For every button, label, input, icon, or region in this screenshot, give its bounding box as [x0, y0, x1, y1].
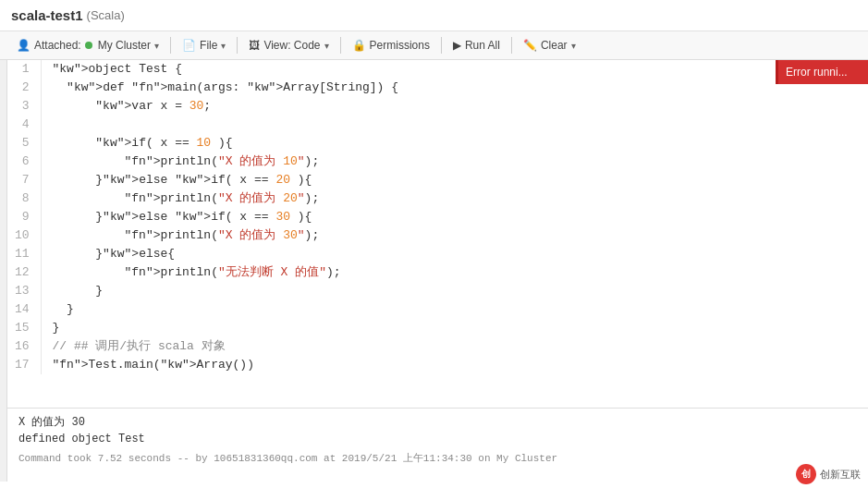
table-row: 10 "fn">println("X 的值为 30"); [7, 226, 868, 245]
line-number: 1 [7, 60, 41, 79]
table-row: 5 "kw">if( x == 10 ){ [7, 134, 868, 152]
run-all-label: Run All [465, 39, 500, 52]
notebook-lang: (Scala) [87, 8, 125, 22]
attached-cluster[interactable]: 👤 Attached: My Cluster ▾ [7, 35, 168, 55]
file-icon: 📄 [182, 39, 196, 52]
attach-icon: 👤 [17, 39, 31, 52]
table-row: 17"fn">Test.main("kw">Array()) [7, 356, 868, 374]
line-content [41, 116, 868, 134]
line-content: } [41, 282, 868, 300]
error-text: Error runni... [786, 66, 848, 79]
code-container: 1"kw">object Test {2 "kw">def "fn">main(… [7, 60, 868, 482]
brand-logo: 创 [796, 464, 816, 484]
run-all-button[interactable]: ▶ Run All [444, 35, 509, 55]
clear-chevron-icon: ▾ [571, 41, 576, 51]
left-gutter [0, 60, 7, 482]
main-area: 1"kw">object Test {2 "kw">def "fn">main(… [0, 60, 868, 482]
table-row: 4 [7, 116, 868, 134]
brand-name: 创新互联 [820, 468, 861, 482]
line-number: 16 [7, 337, 41, 356]
view-label: View: Code [263, 39, 320, 52]
line-content: "kw">var x = 30; [41, 97, 868, 116]
line-content: "fn">println("X 的值为 30"); [41, 226, 868, 245]
table-row: 6 "fn">println("X 的值为 10"); [7, 152, 868, 171]
table-row: 3 "kw">var x = 30; [7, 97, 868, 116]
table-row: 15} [7, 319, 868, 337]
output-area: X 的值为 30 defined object Test Command too… [7, 408, 868, 482]
line-number: 2 [7, 79, 41, 97]
table-row: 11 }"kw">else{ [7, 245, 868, 263]
lock-icon: 🔒 [352, 39, 366, 52]
view-chevron-icon: ▾ [324, 41, 329, 51]
table-row: 9 }"kw">else "kw">if( x == 30 ){ [7, 208, 868, 226]
file-label: File [200, 39, 217, 52]
sep4 [441, 37, 442, 54]
line-number: 10 [7, 226, 41, 245]
line-content: "fn">Test.main("kw">Array()) [41, 356, 868, 374]
line-number: 14 [7, 300, 41, 319]
line-content: "fn">println("无法判断 X 的值"); [41, 263, 868, 282]
line-number: 15 [7, 319, 41, 337]
line-content: } [41, 300, 868, 319]
view-menu[interactable]: 🖼 View: Code ▾ [239, 35, 337, 55]
line-content: "kw">object Test { [41, 60, 868, 79]
table-row: 1"kw">object Test { [7, 60, 868, 79]
sep5 [511, 37, 512, 54]
line-number: 13 [7, 282, 41, 300]
cluster-status-dot [85, 42, 92, 49]
line-number: 9 [7, 208, 41, 226]
table-row: 2 "kw">def "fn">main(args: "kw">Array[St… [7, 79, 868, 97]
line-content: } [41, 319, 868, 337]
attached-label: Attached: [34, 39, 81, 52]
code-table: 1"kw">object Test {2 "kw">def "fn">main(… [7, 60, 868, 374]
title-bar: scala-test1 (Scala) [0, 0, 868, 31]
view-icon: 🖼 [249, 39, 260, 52]
table-row: 12 "fn">println("无法判断 X 的值"); [7, 263, 868, 282]
clear-button[interactable]: ✏️ Clear ▾ [514, 35, 585, 55]
line-content: "fn">println("X 的值为 20"); [41, 189, 868, 208]
code-editor[interactable]: 1"kw">object Test {2 "kw">def "fn">main(… [7, 60, 868, 408]
notebook-title: scala-test1 [11, 7, 83, 23]
output-line-2: defined object Test [18, 431, 857, 447]
cluster-chevron-icon: ▾ [154, 41, 159, 51]
line-number: 4 [7, 116, 41, 134]
run-icon: ▶ [453, 39, 461, 52]
line-content: "kw">if( x == 10 ){ [41, 134, 868, 152]
line-number: 5 [7, 134, 41, 152]
sep2 [237, 37, 238, 54]
permissions-button[interactable]: 🔒 Permissions [343, 35, 439, 55]
line-number: 11 [7, 245, 41, 263]
output-line-1: X 的值为 30 [18, 414, 857, 431]
file-chevron-icon: ▾ [221, 41, 226, 51]
branding: 创 创新互联 [796, 464, 861, 484]
line-number: 3 [7, 97, 41, 116]
clear-icon: ✏️ [523, 39, 537, 52]
error-panel: Error runni... [776, 60, 868, 84]
table-row: 16// ## 调用/执行 scala 对象 [7, 337, 868, 356]
line-content: }"kw">else{ [41, 245, 868, 263]
line-content: }"kw">else "kw">if( x == 20 ){ [41, 171, 868, 189]
file-menu[interactable]: 📄 File ▾ [173, 35, 235, 55]
table-row: 8 "fn">println("X 的值为 20"); [7, 189, 868, 208]
line-number: 6 [7, 152, 41, 171]
line-content: }"kw">else "kw">if( x == 30 ){ [41, 208, 868, 226]
toolbar: 👤 Attached: My Cluster ▾ 📄 File ▾ 🖼 View… [0, 31, 868, 60]
line-content: "fn">println("X 的值为 10"); [41, 152, 868, 171]
cluster-name: My Cluster [98, 39, 151, 52]
sep1 [170, 37, 171, 54]
output-meta: Command took 7.52 seconds -- by 10651831… [18, 451, 857, 465]
line-content: "kw">def "fn">main(args: "kw">Array[Stri… [41, 79, 868, 97]
line-content: // ## 调用/执行 scala 对象 [41, 337, 868, 356]
permissions-label: Permissions [370, 39, 430, 52]
line-number: 17 [7, 356, 41, 374]
table-row: 7 }"kw">else "kw">if( x == 20 ){ [7, 171, 868, 189]
line-number: 8 [7, 189, 41, 208]
clear-label: Clear [541, 39, 568, 52]
table-row: 13 } [7, 282, 868, 300]
line-number: 12 [7, 263, 41, 282]
sep3 [340, 37, 341, 54]
table-row: 14 } [7, 300, 868, 319]
line-number: 7 [7, 171, 41, 189]
